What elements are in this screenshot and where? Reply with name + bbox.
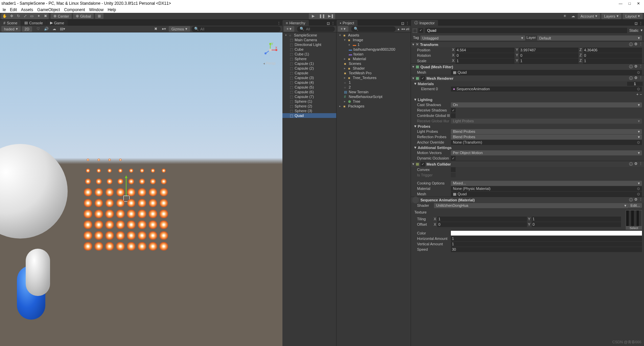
hierarchy-item[interactable]: ⬚Capsule (6)	[282, 90, 336, 94]
minimize-icon[interactable]: —	[619, 1, 622, 6]
shader-dropdown[interactable]: Unlit/zhenDongHua▾	[434, 203, 628, 208]
account-dropdown[interactable]: Account▾	[578, 13, 600, 19]
active-checkbox[interactable]	[418, 28, 423, 33]
2d-toggle[interactable]: 2D	[22, 26, 32, 32]
hierarchy-tree[interactable]: ▾⟐SampleScene ⬚Main Camera ⬚Directional …	[282, 32, 336, 346]
hierarchy-item[interactable]: ⬚Capsule (7)	[282, 94, 336, 99]
hierarchy-item[interactable]: ⬚Capsule (4)	[282, 80, 336, 85]
hierarchy-item[interactable]: ⬚Capsule (2)	[282, 66, 336, 71]
project-tree[interactable]: ▾■Assets ▾■Image ▸▬1 ▬baihuazhengyan8001…	[337, 32, 411, 346]
insp-lock-icon[interactable]: ⊡	[635, 21, 638, 26]
vertical-amount[interactable]	[451, 242, 642, 247]
tab-console[interactable]: ▤Console	[21, 20, 46, 26]
scenes-folder[interactable]: ■Scenes	[337, 61, 411, 66]
contribute-gi-checkbox[interactable]	[451, 113, 456, 118]
rect-tool-icon[interactable]: ▭	[28, 13, 35, 19]
menu-assets[interactable]: Assets	[21, 7, 33, 12]
pos-y[interactable]	[519, 48, 578, 53]
treetex-folder[interactable]: ▸■Tree_Textures	[337, 75, 411, 80]
hierarchy-item[interactable]: ⬚Sphere (1)	[282, 99, 336, 104]
audio-icon[interactable]: 🔊	[43, 26, 50, 32]
meshfilter-header[interactable]: ▾▦Quad (Mesh Filter)ⓘ⚙⋮	[411, 64, 644, 70]
gizmo-icon[interactable]: ●▾	[161, 26, 167, 32]
speed-field[interactable]	[451, 247, 642, 252]
material-field[interactable]: ●SequenceAnimation⊙	[451, 86, 642, 92]
insp-menu-icon[interactable]: ⋮	[639, 21, 643, 26]
image-folder[interactable]: ▾■Image	[337, 38, 411, 42]
materials-foldout[interactable]: ▾Materials1	[411, 81, 644, 86]
asset-item[interactable]: ⟐1	[337, 80, 411, 85]
rot-y[interactable]	[519, 53, 578, 58]
move-tool-icon[interactable]: ✥	[8, 13, 15, 19]
rotation-toggle[interactable]: ⊕Global	[73, 13, 94, 19]
hierarchy-item[interactable]: ⬚Capsule (3)	[282, 75, 336, 80]
hierarchy-item[interactable]: ⬚Capsule (1)	[282, 61, 336, 66]
pause-button[interactable]: ❚❚	[318, 13, 326, 19]
scene-search[interactable]: 🔍	[191, 26, 281, 32]
material-header[interactable]: Sequence Animation (Material)ⓘ⚙⋮	[411, 197, 644, 203]
tab-hierarchy[interactable]: ≡Hierarchy	[282, 20, 309, 26]
gameobject-name[interactable]	[425, 28, 627, 33]
asset-item[interactable]: ▸⬢Tree	[337, 99, 411, 104]
collab-icon[interactable]: ☀	[561, 13, 568, 19]
lighting-foldout[interactable]: ▾Lighting	[411, 97, 644, 102]
add-element-icon[interactable]: +	[636, 92, 638, 96]
snap-toggle[interactable]: ⊞	[95, 13, 104, 19]
gizmos-dropdown[interactable]: Gizmos▾	[169, 26, 190, 32]
hierarchy-search[interactable]: 🔍	[297, 26, 335, 32]
hierarchy-item[interactable]: ⬚Sphere (3)	[282, 108, 336, 113]
tiling-y[interactable]	[532, 217, 621, 222]
offset-y[interactable]	[532, 222, 621, 227]
proj-menu-icon[interactable]: ⋮	[406, 21, 409, 26]
hierarchy-item[interactable]: ⬚Cube (1)	[282, 52, 336, 56]
layer-dropdown[interactable]: Default▾	[537, 35, 642, 41]
help-icon[interactable]: ⓘ	[629, 42, 633, 47]
asset-item[interactable]: ⟐2	[337, 85, 411, 90]
hierarchy-item[interactable]: ⬚Sphere (2)	[282, 104, 336, 108]
tag-dropdown[interactable]: Untagged▾	[420, 35, 525, 41]
transform-header[interactable]: ▾⤧Transformⓘ⚙⋮	[411, 41, 644, 47]
pivot-toggle[interactable]: ⊕Center	[51, 13, 72, 19]
color-field[interactable]	[451, 231, 642, 236]
horizontal-amount[interactable]	[451, 236, 642, 241]
asset-item[interactable]: ▤New Terrain	[337, 90, 411, 94]
sceneview-icon[interactable]: ▤▾	[59, 26, 66, 32]
tab-project[interactable]: ▪Project	[337, 20, 358, 26]
rot-x[interactable]	[456, 53, 514, 58]
layout-dropdown[interactable]: Layout▾	[623, 13, 643, 19]
menu-file[interactable]: le	[3, 7, 6, 12]
asset-item[interactable]: ▬faxian	[337, 52, 411, 56]
camera-icon[interactable]: ✖	[153, 26, 159, 32]
menu-window[interactable]: Window	[89, 7, 104, 12]
convex-checkbox[interactable]	[451, 167, 456, 172]
transform-tool-icon[interactable]: ✦	[35, 13, 42, 19]
hierarchy-item[interactable]: ⬚Directional Light	[282, 42, 336, 47]
anchor-field[interactable]: None (Transform)⊙	[451, 140, 642, 145]
collider-mesh-field[interactable]: ▦Quad⊙	[451, 192, 642, 197]
step-button[interactable]: ▶❚	[326, 13, 335, 19]
light-icon[interactable]: ♡	[35, 26, 42, 32]
renderer-enabled[interactable]	[420, 76, 425, 81]
hierarchy-item[interactable]: ⬚Cube	[282, 47, 336, 52]
rotate-tool-icon[interactable]: ↻	[15, 13, 22, 19]
reflection-probes-dropdown[interactable]: Blend Probes▾	[451, 134, 642, 140]
tmp-folder[interactable]: ■TextMesh Pro	[337, 71, 411, 75]
mesh-field[interactable]: ▦Quad⊙	[451, 70, 642, 75]
packages-folder[interactable]: ▸■Packages	[337, 104, 411, 108]
select-texture-button[interactable]: Select	[626, 226, 642, 230]
scene-view[interactable]: y x ◂ Persp	[0, 32, 282, 346]
create-dropdown[interactable]: + ▾	[284, 26, 294, 32]
offset-x[interactable]	[437, 222, 527, 227]
menu-edit[interactable]: Edit	[10, 7, 17, 12]
assets-folder[interactable]: ▾■Assets	[337, 33, 411, 38]
create-asset-dropdown[interactable]: + ▾	[338, 26, 348, 32]
cast-shadows-dropdown[interactable]: On▾	[451, 102, 642, 107]
custom-tool-icon[interactable]: ✖	[42, 13, 49, 19]
tab-game[interactable]: ▶Game	[47, 20, 68, 26]
play-button[interactable]: ▶	[309, 13, 318, 19]
menu-help[interactable]: Help	[108, 7, 116, 12]
tab-menu-icon[interactable]: ⋮	[277, 21, 281, 26]
cooking-dropdown[interactable]: Mixed...▾	[451, 181, 642, 186]
pos-x[interactable]	[456, 48, 514, 53]
material-folder[interactable]: ▸■Material	[337, 56, 411, 61]
